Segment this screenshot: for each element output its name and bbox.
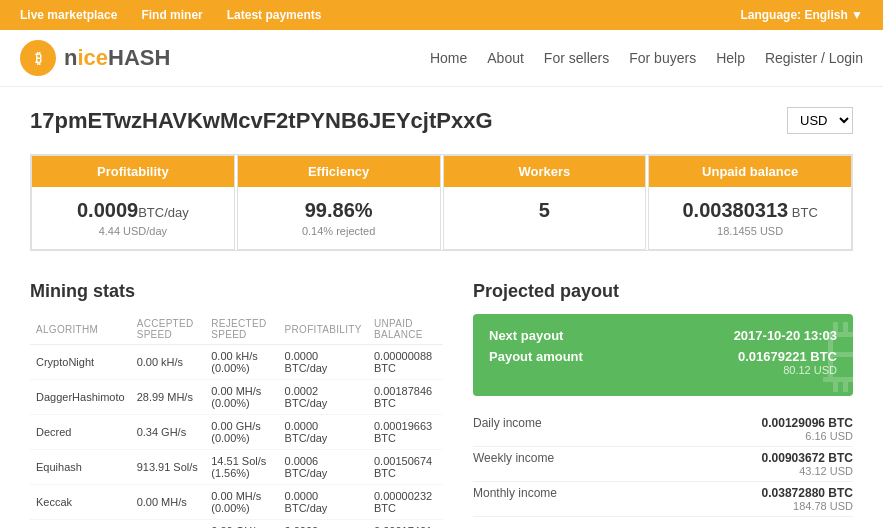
nav-register-login[interactable]: Register / Login [765,50,863,66]
table-cell: 14.51 Sol/s (1.56%) [205,450,278,485]
unpaid-balance-card: Unpaid balance 0.00380313 BTC 18.1455 US… [648,155,852,250]
table-row: Keccak0.00 MH/s0.00 MH/s (0.00%)0.0000 B… [30,485,443,520]
mining-stats-section: Mining stats ALGORITHM ACCEPTED SPEED RE… [30,281,443,528]
efficiency-body: 99.86% 0.14% rejected [238,187,440,249]
income-btc: 0.03872880 BTC [762,486,853,500]
col-unpaid-balance: UNPAID BALANCE [368,314,443,345]
table-cell: 0.00019663 BTC [368,415,443,450]
table-row: Decred0.34 GH/s0.00 GH/s (0.00%)0.0000 B… [30,415,443,450]
income-label: Daily income [473,416,542,442]
income-btc: 0.00903672 BTC [762,451,853,465]
nav-home[interactable]: Home [430,50,467,66]
next-payout-label: Next payout [489,328,563,343]
payout-amount-values: 0.01679221 BTC 80.12 USD [738,349,837,376]
table-cell: 0.0000 BTC/day [279,345,368,380]
unpaid-balance-sub: 18.1455 USD [661,225,839,237]
latest-payments-link[interactable]: Latest payments [227,8,322,22]
top-banner-links: Live marketplace Find miner Latest payme… [20,8,321,22]
mining-table: ALGORITHM ACCEPTED SPEED REJECTED SPEED … [30,314,443,528]
table-cell: 28.99 MH/s [131,380,206,415]
col-rejected-speed: REJECTED SPEED [205,314,278,345]
profitability-sub: 4.44 USD/day [44,225,222,237]
workers-card: Workers 5 [443,155,647,250]
efficiency-sub: 0.14% rejected [250,225,428,237]
payout-amount-label: Payout amount [489,349,583,376]
main-content: 17pmETwzHAVKwMcvF2tPYNB6JEYcjtPxxG USD E… [0,87,883,528]
language-selector[interactable]: Language: English ▼ [740,8,863,22]
income-usd: 6.16 USD [762,430,853,442]
efficiency-card: Efficiency 99.86% 0.14% rejected [237,155,441,250]
table-row: DaggerHashimoto28.99 MH/s0.00 MH/s (0.00… [30,380,443,415]
stats-cards: Profitability 0.0009BTC/day 4.44 USD/day… [30,154,853,251]
table-cell: 913.91 Sol/s [131,450,206,485]
address-row: 17pmETwzHAVKwMcvF2tPYNB6JEYcjtPxxG USD E… [30,107,853,134]
table-cell: 0.00017401 BTC [368,520,443,529]
income-values: 0.00129096 BTC 6.16 USD [762,416,853,442]
unpaid-balance-body: 0.00380313 BTC 18.1455 USD [649,187,851,249]
table-cell: 0.00 MH/s [131,485,206,520]
wallet-address: 17pmETwzHAVKwMcvF2tPYNB6JEYcjtPxxG [30,108,493,134]
projected-payout-section: Projected payout Next payout 2017-10-20 … [473,281,853,528]
table-cell: CryptoNight [30,345,131,380]
table-cell: Equihash [30,450,131,485]
currency-select[interactable]: USD EUR BTC [787,107,853,134]
income-label: Monthly income [473,486,557,512]
workers-header: Workers [444,156,646,187]
payout-amount-usd: 80.12 USD [738,364,837,376]
efficiency-header: Efficiency [238,156,440,187]
income-row: Monthly income 0.03872880 BTC 184.78 USD [473,482,853,517]
income-values: 0.03872880 BTC 184.78 USD [762,486,853,512]
table-cell: 0.00 kH/s (0.00%) [205,345,278,380]
table-cell: Lbry [30,520,131,529]
unpaid-balance-header: Unpaid balance [649,156,851,187]
payout-amount-btc: 0.01679221 BTC [738,349,837,364]
mining-stats-title: Mining stats [30,281,443,302]
table-row: CryptoNight0.00 kH/s0.00 kH/s (0.00%)0.0… [30,345,443,380]
find-miner-link[interactable]: Find miner [141,8,202,22]
payout-amount-row: Payout amount 0.01679221 BTC 80.12 USD [489,349,837,376]
income-table: Daily income 0.00129096 BTC 6.16 USD Wee… [473,412,853,517]
income-values: 0.00903672 BTC 43.12 USD [762,451,853,477]
income-usd: 43.12 USD [762,465,853,477]
income-usd: 184.78 USD [762,500,853,512]
table-cell: 0.06 GH/s [131,520,206,529]
table-cell: 0.0002 BTC/day [279,380,368,415]
nav-for-buyers[interactable]: For buyers [629,50,696,66]
header: ₿ niceHASH Home About For sellers For bu… [0,30,883,87]
table-cell: 0.00187846 BTC [368,380,443,415]
table-cell: Keccak [30,485,131,520]
table-cell: Decred [30,415,131,450]
logo-icon: ₿ [20,40,56,76]
nav-for-sellers[interactable]: For sellers [544,50,609,66]
table-cell: 0.00150674 BTC [368,450,443,485]
top-banner: Live marketplace Find miner Latest payme… [0,0,883,30]
table-cell: 0.34 GH/s [131,415,206,450]
income-row: Weekly income 0.00903672 BTC 43.12 USD [473,447,853,482]
col-algorithm: ALGORITHM [30,314,131,345]
table-cell: DaggerHashimoto [30,380,131,415]
main-nav: Home About For sellers For buyers Help R… [430,50,863,66]
bottom-section: Mining stats ALGORITHM ACCEPTED SPEED RE… [30,281,853,528]
nav-about[interactable]: About [487,50,524,66]
workers-value: 5 [456,199,634,222]
table-cell: 0.00 MH/s (0.00%) [205,380,278,415]
next-payout-row: Next payout 2017-10-20 13:03 [489,328,837,343]
nav-help[interactable]: Help [716,50,745,66]
table-row: Lbry0.06 GH/s0.00 GH/s (0.00%)0.0000 BTC… [30,520,443,529]
profitability-body: 0.0009BTC/day 4.44 USD/day [32,187,234,249]
projected-payout-title: Projected payout [473,281,853,302]
table-cell: 0.0000 BTC/day [279,520,368,529]
col-profitability: PROFITABILITY [279,314,368,345]
live-marketplace-link[interactable]: Live marketplace [20,8,117,22]
efficiency-value: 99.86% [250,199,428,222]
col-accepted-speed: ACCEPTED SPEED [131,314,206,345]
profitability-header: Profitability [32,156,234,187]
table-cell: 0.0006 BTC/day [279,450,368,485]
table-cell: 0.00000088 BTC [368,345,443,380]
table-cell: 0.00 GH/s (0.00%) [205,415,278,450]
profitability-card: Profitability 0.0009BTC/day 4.44 USD/day [31,155,235,250]
unpaid-balance-value: 0.00380313 BTC [661,199,839,222]
payout-card: Next payout 2017-10-20 13:03 Payout amou… [473,314,853,396]
income-btc: 0.00129096 BTC [762,416,853,430]
table-row: Equihash913.91 Sol/s14.51 Sol/s (1.56%)0… [30,450,443,485]
